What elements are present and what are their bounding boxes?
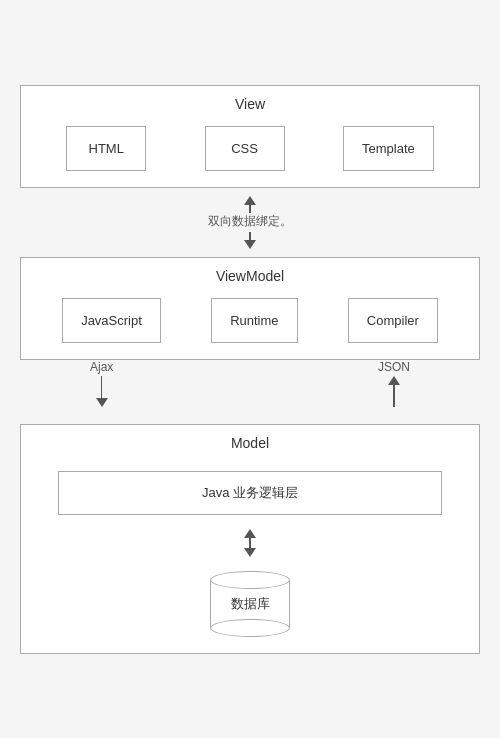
java-box: Java 业务逻辑层 (58, 471, 441, 515)
viewmodel-layer: ViewModel JavaScript Runtime Compiler (20, 257, 480, 360)
database-cylinder: 数据库 (210, 571, 290, 637)
model-layer: Model Java 业务逻辑层 数据库 (20, 424, 480, 654)
db-line-top (249, 538, 251, 548)
json-connector: JSON (378, 360, 410, 407)
view-boxes-row: HTML CSS Template (37, 126, 463, 171)
view-viewmodel-connector: 双向数据绑定。 (208, 188, 292, 257)
architecture-diagram: View HTML CSS Template 双向数据绑定。 ViewModel… (20, 85, 480, 654)
ajax-line (101, 376, 103, 398)
css-box: CSS (205, 126, 285, 171)
model-title: Model (37, 435, 463, 451)
json-line (393, 385, 395, 407)
view-title: View (37, 96, 463, 112)
v-line-top (249, 205, 251, 213)
cylinder-bottom (210, 619, 290, 637)
ajax-arrow-down-icon (96, 398, 108, 407)
ajax-label: Ajax (90, 360, 113, 374)
viewmodel-title: ViewModel (37, 268, 463, 284)
bidirectional-label: 双向数据绑定。 (208, 213, 292, 230)
arrow-down-icon (244, 240, 256, 249)
runtime-box: Runtime (211, 298, 297, 343)
template-box: Template (343, 126, 434, 171)
db-label: 数据库 (231, 595, 270, 613)
arrow-up-container (244, 196, 256, 213)
html-box: HTML (66, 126, 146, 171)
view-layer: View HTML CSS Template (20, 85, 480, 188)
v-line-bottom (249, 232, 251, 240)
json-arrow-up-icon (388, 376, 400, 385)
json-label: JSON (378, 360, 410, 374)
arrow-down-container (244, 232, 256, 249)
javascript-box: JavaScript (62, 298, 161, 343)
split-connector: Ajax JSON (20, 360, 480, 424)
viewmodel-boxes-row: JavaScript Runtime Compiler (37, 298, 463, 343)
db-arrow (244, 529, 256, 557)
arrow-up-icon (244, 196, 256, 205)
db-arrow-down-icon (244, 548, 256, 557)
cylinder-top (210, 571, 290, 589)
compiler-box: Compiler (348, 298, 438, 343)
ajax-connector: Ajax (90, 360, 113, 407)
db-arrow-up-icon (244, 529, 256, 538)
model-inner: Java 业务逻辑层 数据库 (37, 465, 463, 637)
